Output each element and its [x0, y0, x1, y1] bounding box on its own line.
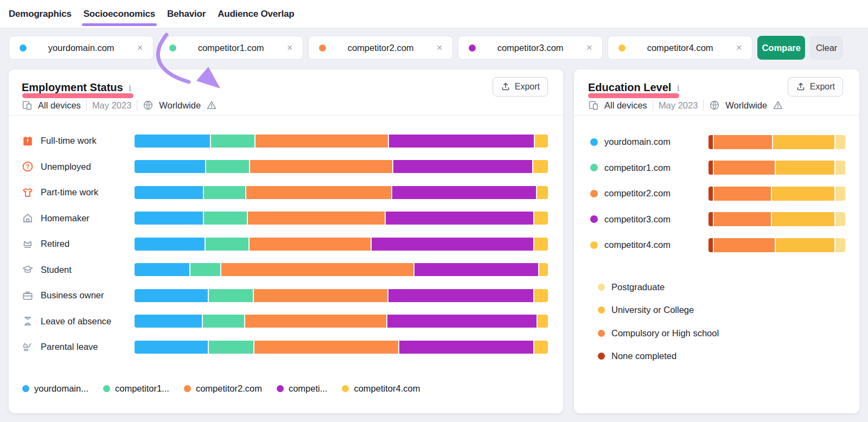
- bar-segment[interactable]: [714, 187, 771, 201]
- remove-domain-icon[interactable]: ✕: [435, 42, 444, 53]
- bar-segment[interactable]: [135, 135, 210, 148]
- legend-item[interactable]: University or College: [598, 299, 719, 322]
- bar-segment[interactable]: [250, 160, 392, 173]
- bar-segment[interactable]: [387, 315, 537, 328]
- bar-segment[interactable]: [254, 289, 387, 302]
- bar-segment[interactable]: [538, 315, 548, 328]
- employment-stacked-bar[interactable]: [135, 186, 548, 199]
- bar-segment[interactable]: [245, 315, 386, 328]
- bar-segment[interactable]: [539, 263, 548, 276]
- bar-segment[interactable]: [135, 289, 208, 302]
- bar-segment[interactable]: [835, 161, 845, 175]
- employment-stacked-bar[interactable]: [135, 212, 548, 225]
- education-stacked-bar[interactable]: [709, 238, 845, 252]
- remove-domain-icon[interactable]: ✕: [735, 42, 743, 53]
- education-stacked-bar[interactable]: [709, 135, 845, 149]
- bar-segment[interactable]: [714, 135, 773, 149]
- export-button[interactable]: Export: [788, 77, 843, 97]
- bar-segment[interactable]: [250, 238, 370, 251]
- employment-stacked-bar[interactable]: [135, 160, 548, 173]
- bar-segment[interactable]: [414, 263, 538, 276]
- warning-icon[interactable]: [206, 100, 217, 111]
- info-icon[interactable]: i: [129, 82, 131, 93]
- bar-segment[interactable]: [534, 238, 548, 251]
- bar-segment[interactable]: [372, 238, 534, 251]
- employment-stacked-bar[interactable]: [135, 263, 548, 276]
- bar-segment[interactable]: [392, 186, 536, 199]
- education-stacked-bar[interactable]: [709, 212, 845, 226]
- export-button[interactable]: Export: [493, 77, 548, 97]
- bar-segment[interactable]: [211, 135, 254, 148]
- bar-segment[interactable]: [135, 341, 208, 354]
- warning-icon[interactable]: [773, 100, 783, 111]
- bar-segment[interactable]: [246, 186, 391, 199]
- education-stacked-bar[interactable]: [709, 187, 845, 201]
- bar-segment[interactable]: [835, 187, 845, 201]
- bar-segment[interactable]: [135, 212, 203, 225]
- legend-item[interactable]: competi...: [277, 383, 328, 394]
- legend-item[interactable]: yourdomain...: [22, 383, 88, 394]
- employment-stacked-bar[interactable]: [135, 315, 548, 328]
- bar-segment[interactable]: [206, 238, 248, 251]
- bar-segment[interactable]: [776, 238, 834, 252]
- bar-segment[interactable]: [135, 186, 203, 199]
- bar-segment[interactable]: [772, 187, 834, 201]
- legend-item[interactable]: Compulsory or High school: [598, 322, 719, 345]
- bar-segment[interactable]: [773, 135, 834, 149]
- legend-item[interactable]: Postgraduate: [598, 276, 719, 299]
- bar-segment[interactable]: [714, 238, 775, 252]
- domain-chip[interactable]: competitor2.com✕: [308, 36, 453, 60]
- bar-segment[interactable]: [709, 238, 713, 252]
- tab-socioeconomics[interactable]: Socioeconomics: [84, 0, 155, 28]
- bar-segment[interactable]: [772, 212, 834, 226]
- info-icon[interactable]: i: [676, 82, 679, 93]
- employment-stacked-bar[interactable]: [135, 289, 548, 302]
- bar-segment[interactable]: [209, 289, 253, 302]
- tab-behavior[interactable]: Behavior: [167, 0, 206, 28]
- remove-domain-icon[interactable]: ✕: [136, 42, 144, 53]
- bar-segment[interactable]: [709, 212, 713, 226]
- employment-stacked-bar[interactable]: [135, 135, 548, 148]
- bar-segment[interactable]: [533, 160, 548, 173]
- domain-chip[interactable]: competitor4.com✕: [608, 36, 752, 60]
- bar-segment[interactable]: [535, 135, 548, 148]
- employment-stacked-bar[interactable]: [135, 341, 548, 354]
- bar-segment[interactable]: [835, 135, 845, 149]
- compare-button[interactable]: Compare: [757, 36, 805, 60]
- bar-segment[interactable]: [534, 289, 548, 302]
- clear-button[interactable]: Clear: [810, 36, 843, 60]
- domain-chip[interactable]: yourdomain.com✕: [9, 36, 154, 60]
- bar-segment[interactable]: [135, 160, 205, 173]
- bar-segment[interactable]: [399, 341, 533, 354]
- legend-item[interactable]: None completed: [598, 345, 719, 368]
- bar-segment[interactable]: [254, 341, 398, 354]
- domain-chip[interactable]: competitor1.com✕: [158, 36, 303, 60]
- bar-segment[interactable]: [203, 315, 244, 328]
- bar-segment[interactable]: [835, 212, 845, 226]
- bar-segment[interactable]: [537, 186, 548, 199]
- bar-segment[interactable]: [206, 160, 249, 173]
- bar-segment[interactable]: [534, 341, 548, 354]
- bar-segment[interactable]: [248, 212, 385, 225]
- bar-segment[interactable]: [534, 212, 548, 225]
- bar-segment[interactable]: [714, 212, 771, 226]
- legend-item[interactable]: competitor4.com: [342, 383, 420, 394]
- legend-item[interactable]: competitor2.com: [184, 383, 262, 394]
- remove-domain-icon[interactable]: ✕: [585, 42, 593, 53]
- bar-segment[interactable]: [709, 187, 713, 201]
- bar-segment[interactable]: [256, 135, 388, 148]
- bar-segment[interactable]: [135, 238, 205, 251]
- education-stacked-bar[interactable]: [709, 161, 845, 175]
- bar-segment[interactable]: [714, 161, 775, 175]
- tab-audience-overlap[interactable]: Audience Overlap: [218, 0, 294, 28]
- bar-segment[interactable]: [204, 186, 245, 199]
- legend-item[interactable]: competitor1...: [103, 383, 169, 394]
- employment-stacked-bar[interactable]: [135, 238, 548, 251]
- bar-segment[interactable]: [190, 263, 220, 276]
- tab-demographics[interactable]: Demographics: [9, 0, 72, 28]
- remove-domain-icon[interactable]: ✕: [285, 42, 294, 53]
- bar-segment[interactable]: [386, 212, 533, 225]
- bar-segment[interactable]: [204, 212, 247, 225]
- bar-segment[interactable]: [709, 135, 713, 149]
- domain-chip[interactable]: competitor3.com✕: [458, 36, 603, 60]
